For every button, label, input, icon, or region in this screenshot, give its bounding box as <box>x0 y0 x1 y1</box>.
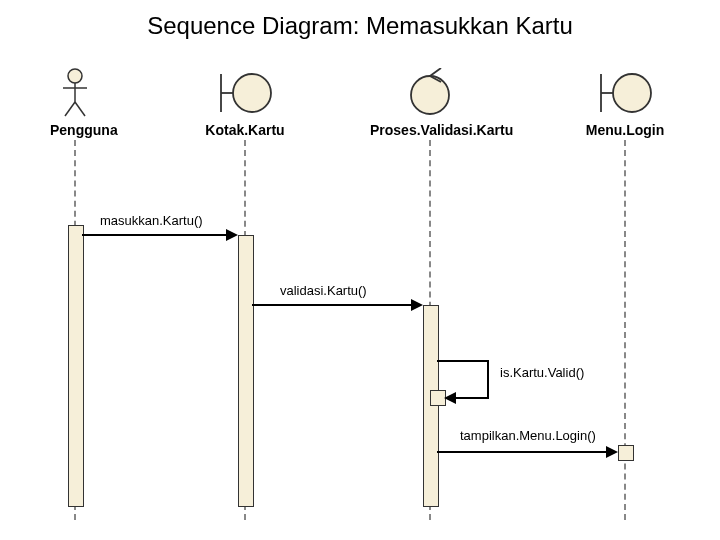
control-icon <box>405 68 455 118</box>
actor-icon <box>60 68 90 118</box>
participant-label: Pengguna <box>50 122 100 138</box>
svg-line-9 <box>430 68 441 76</box>
arrow-head-icon <box>411 299 423 311</box>
participant-pengguna: Pengguna <box>50 68 100 138</box>
message-tampilkan-menu-login: tampilkan.Menu.Login() <box>460 428 596 443</box>
diagram-title: Sequence Diagram: Memasukkan Kartu <box>0 12 720 40</box>
svg-point-7 <box>233 74 271 112</box>
participant-label: Kotak.Kartu <box>205 122 285 138</box>
activation-pengguna <box>68 225 84 507</box>
svg-point-8 <box>411 76 449 114</box>
arrow-head-icon <box>226 229 238 241</box>
svg-point-13 <box>613 74 651 112</box>
participant-proses-validasi: Proses.Validasi.Kartu <box>370 68 490 138</box>
participant-menu-login: Menu.Login <box>585 68 665 138</box>
message-masukkan-kartu: masukkan.Kartu() <box>100 213 203 228</box>
svg-line-4 <box>75 102 85 116</box>
participant-label: Menu.Login <box>585 122 665 138</box>
svg-line-3 <box>65 102 75 116</box>
participant-label: Proses.Validasi.Kartu <box>370 122 490 138</box>
boundary-icon <box>595 68 655 118</box>
participant-kotak-kartu: Kotak.Kartu <box>205 68 285 138</box>
self-call-line <box>437 360 487 362</box>
lifeline-menu-login <box>624 140 626 520</box>
boundary-icon <box>215 68 275 118</box>
message-validasi-kartu: validasi.Kartu() <box>280 283 367 298</box>
message-is-kartu-valid: is.Kartu.Valid() <box>500 365 584 380</box>
arrow-head-icon <box>444 392 456 404</box>
arrow-line <box>252 304 413 306</box>
svg-point-0 <box>68 69 82 83</box>
arrow-line <box>82 234 228 236</box>
arrow-head-icon <box>606 446 618 458</box>
arrow-line <box>437 451 608 453</box>
activation-kotak-kartu <box>238 235 254 507</box>
activation-proses-validasi <box>423 305 439 507</box>
sequence-diagram: Sequence Diagram: Memasukkan Kartu Pengg… <box>0 0 720 540</box>
self-call-line <box>456 397 489 399</box>
activation-menu-login <box>618 445 634 461</box>
self-call-line <box>487 360 489 397</box>
